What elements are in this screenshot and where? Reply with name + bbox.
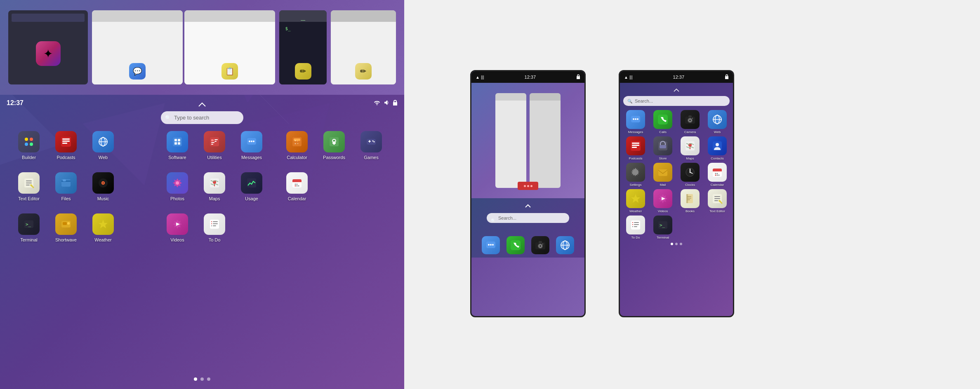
phone2-page-dot[interactable]	[675, 243, 678, 245]
phone2-label-terminal: Terminal	[657, 236, 669, 239]
phone2-app-settings[interactable]: Settings	[623, 163, 648, 187]
app-item-files[interactable]: Files	[49, 169, 82, 206]
phone2-app-web[interactable]: Web	[705, 110, 730, 134]
svg-point-142	[715, 175, 716, 176]
svg-text:>_: >_	[660, 223, 665, 228]
phone2-search[interactable]: Search...	[623, 96, 730, 106]
svg-rect-48	[214, 139, 218, 140]
svg-point-94	[490, 244, 492, 246]
phone2-chevron[interactable]	[623, 86, 730, 94]
svg-point-110	[637, 118, 638, 120]
app-item-calendar[interactable]: Calendar	[280, 169, 313, 206]
phone2-app-podcasts[interactable]: Podcasts	[623, 136, 648, 160]
preview-window-3: _ $_ ✏	[279, 10, 326, 84]
phone2-app-messages[interactable]: Messages	[623, 110, 648, 134]
svg-text:+ -: + -	[294, 139, 298, 142]
svg-rect-124	[632, 145, 639, 146]
phone1-dock-messages[interactable]	[482, 236, 500, 254]
svg-rect-158	[714, 200, 718, 201]
phone2-app-store[interactable]: Store	[650, 136, 675, 160]
app-item-text-editor[interactable]: Text Editor	[12, 169, 45, 206]
svg-rect-50	[211, 142, 214, 143]
svg-rect-151	[686, 194, 688, 203]
preview-window-2a: 💬	[92, 10, 183, 84]
phone1-lock	[576, 74, 580, 80]
app-item-shortwave[interactable]: Shortwave	[49, 210, 82, 247]
app-item-photos[interactable]: Photos	[161, 169, 194, 206]
app-item-passwords[interactable]: Passwords	[318, 128, 351, 165]
phone2-app-maps[interactable]: Maps	[678, 136, 702, 160]
phone1-dock-web[interactable]	[556, 236, 574, 254]
phone1-dock-calls[interactable]	[506, 236, 525, 254]
app-item-podcasts[interactable]: Podcasts	[49, 128, 82, 165]
phone2-app-terminal[interactable]: >_Terminal	[650, 216, 675, 239]
svg-rect-163	[634, 222, 639, 223]
phone1-chevron-up[interactable]	[525, 202, 531, 210]
app-item-videos[interactable]: Videos	[161, 210, 194, 247]
phone2-icon-camera	[681, 110, 700, 129]
phone1-search[interactable]: Search...	[487, 213, 569, 223]
app-item-games[interactable]: Games	[355, 128, 388, 165]
app-item-todo[interactable]: To Do	[198, 210, 231, 247]
phone2-app-calls[interactable]: Calls	[650, 110, 675, 134]
app-item-utilities[interactable]: Utilities	[198, 128, 231, 165]
phone2-app-clocks[interactable]: Clocks	[678, 163, 702, 187]
app-item-software[interactable]: Software	[161, 128, 194, 165]
svg-point-14	[30, 143, 33, 146]
phone2-icon-messages	[626, 110, 645, 129]
phone2-app-mail[interactable]: Mail	[650, 163, 675, 187]
phone1-bottom-area: 🔍 Search...	[471, 198, 584, 258]
phone2-label-web: Web	[714, 130, 721, 134]
phone2-label-mail: Mail	[660, 183, 666, 187]
phone2-app-contacts[interactable]: Contacts	[705, 136, 730, 160]
phone2-app-camera[interactable]: Camera	[678, 110, 702, 134]
svg-point-145	[715, 173, 716, 174]
svg-point-131	[716, 143, 719, 146]
page-dots	[194, 377, 210, 381]
phone2-content: 🔍 Search... MessagesCallsCameraWebPodcas…	[620, 83, 733, 248]
app-item-web[interactable]: Web	[87, 128, 120, 165]
app-icon-passwords	[323, 131, 345, 152]
app-label-files: Files	[61, 196, 71, 201]
app-label-utilities: Utilities	[207, 155, 221, 160]
app-icon-utilities	[204, 131, 225, 152]
app-item-terminal[interactable]: >_Terminal	[12, 210, 45, 247]
phone2-page-dot[interactable]	[680, 243, 682, 245]
phone2-icon-videos	[653, 189, 672, 208]
app-item-builder[interactable]: Builder	[12, 128, 45, 165]
page-dot[interactable]	[207, 377, 210, 381]
app-item-maps[interactable]: Maps	[198, 169, 231, 206]
app-item-calculator[interactable]: + -× ÷Calculator	[280, 128, 313, 165]
phone2-app-calendar[interactable]: Calendar	[705, 163, 730, 187]
svg-rect-164	[632, 224, 633, 225]
phone2-app-videos[interactable]: Videos	[650, 189, 675, 213]
preview-window-2b: 📋	[184, 10, 275, 84]
svg-rect-86	[292, 181, 302, 182]
desktop-chevron-up[interactable]	[198, 100, 206, 109]
app-label-calculator: Calculator	[287, 155, 307, 160]
app-icon-games	[360, 131, 382, 152]
app-icon-videos	[167, 213, 188, 235]
search-container: 🔍 Type to search	[161, 111, 243, 124]
phone2-label-messages: Messages	[628, 130, 643, 134]
phone2-app-weather[interactable]: Weather	[623, 189, 648, 213]
svg-rect-165	[634, 224, 639, 225]
app-item-music[interactable]: Music	[87, 169, 120, 206]
app-item-messages[interactable]: Messages	[235, 128, 268, 165]
page-dot[interactable]	[200, 377, 204, 381]
phone2-icon-calendar	[708, 163, 727, 182]
phone2-wifi: ▲	[624, 75, 628, 80]
phone1-dock-camera[interactable]	[531, 236, 549, 254]
phone2-app-todo[interactable]: To Do	[623, 216, 648, 239]
phone2-app-books[interactable]: Books	[678, 189, 702, 213]
search-bar[interactable]: Type to search	[161, 111, 243, 124]
page-dot[interactable]	[194, 377, 197, 381]
app-item-weather[interactable]: Weather	[87, 210, 120, 247]
svg-rect-51	[211, 144, 213, 145]
app-item-usage[interactable]: Usage	[235, 169, 268, 206]
app-grid-right: + -× ÷CalculatorPasswordsGamesCalendar	[280, 128, 388, 247]
phone2-app-text-editor[interactable]: Text Editor	[705, 189, 730, 213]
phone2-page-dot[interactable]	[671, 243, 673, 245]
svg-rect-47	[211, 139, 214, 141]
svg-point-144	[719, 175, 720, 176]
